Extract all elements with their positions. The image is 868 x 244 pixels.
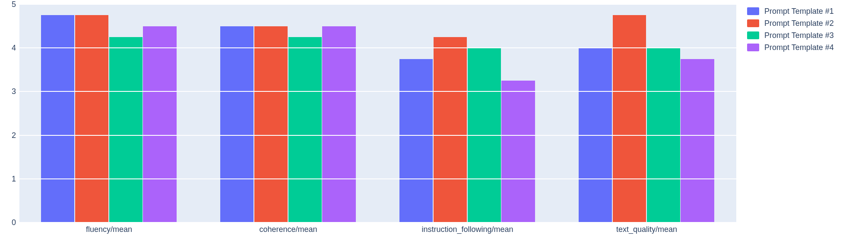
y-tick-label: 3 [12, 87, 16, 96]
y-tick-label: 5 [12, 0, 16, 9]
y-tick-label: 2 [12, 131, 16, 140]
x-tick-label: fluency/mean [86, 225, 132, 234]
legend-item[interactable]: Prompt Template #2 [747, 17, 864, 29]
legend-label: Prompt Template #2 [764, 19, 834, 28]
bar [501, 81, 535, 222]
legend-item[interactable]: Prompt Template #4 [747, 41, 864, 53]
legend-swatch [747, 7, 759, 15]
x-tick-label: instruction_following/mean [421, 225, 513, 234]
legend: Prompt Template #1Prompt Template #2Prom… [747, 5, 864, 53]
y-tick-label: 0 [12, 218, 16, 227]
y-axis: 012345 [0, 4, 19, 222]
legend-swatch [747, 44, 759, 51]
bar [681, 59, 714, 223]
bar [613, 15, 646, 222]
bars-layer [19, 4, 736, 222]
bar [220, 26, 253, 222]
legend-label: Prompt Template #3 [764, 31, 834, 40]
bar [254, 26, 288, 222]
y-tick-label: 1 [12, 174, 16, 183]
x-tick-label: text_quality/mean [616, 225, 677, 234]
bar [434, 37, 467, 222]
gridline [19, 135, 736, 136]
y-tick-label: 4 [12, 44, 16, 53]
bar [322, 26, 355, 222]
gridline [19, 91, 736, 92]
legend-swatch [747, 19, 759, 27]
x-axis: fluency/meancoherence/meaninstruction_fo… [19, 222, 736, 240]
chart-container: 012345 fluency/meancoherence/meaninstruc… [0, 0, 868, 244]
gridline [19, 178, 736, 179]
legend-label: Prompt Template #1 [764, 7, 834, 16]
plot-area [19, 4, 736, 222]
bar [399, 59, 433, 223]
gridline [19, 47, 736, 48]
bar [75, 15, 108, 222]
legend-item[interactable]: Prompt Template #3 [747, 29, 864, 41]
legend-swatch [747, 31, 759, 39]
legend-item[interactable]: Prompt Template #1 [747, 5, 864, 17]
bar [288, 37, 322, 222]
gridline [19, 4, 736, 5]
x-tick-label: coherence/mean [259, 225, 317, 234]
bar [41, 15, 74, 222]
bar [109, 37, 143, 222]
legend-label: Prompt Template #4 [764, 43, 834, 52]
bar [143, 26, 176, 222]
